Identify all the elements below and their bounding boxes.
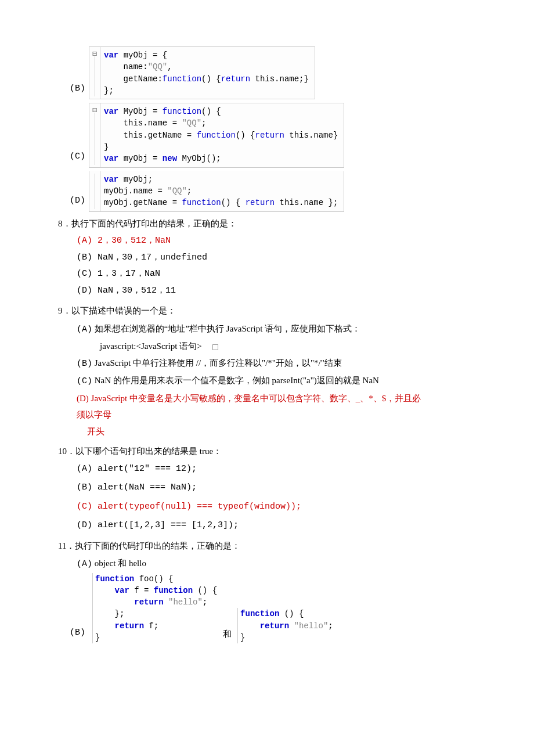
q8-option-c: (C) 1，3，17，NaN	[77, 266, 476, 283]
q11-option-b-label: (B)	[70, 625, 85, 644]
code-option-d: (D) var myObj; myObj.name = "QQ"; myObj.…	[70, 171, 476, 212]
code-box-c: ⊟ var MyObj = function() { this.name = "…	[89, 103, 344, 167]
option-label-b: (B)	[70, 81, 85, 100]
code-content-d: var myObj; myObj.name = "QQ"; myObj.getN…	[100, 171, 344, 211]
option-label-c: (C)	[70, 149, 85, 168]
gutter-c: ⊟	[89, 103, 100, 167]
q9-option-c: (C) NaN 的作用是用来表示一个值不是数字，例如 parseInt("a")…	[77, 372, 476, 390]
code-content-c: var MyObj = function() { this.name = "QQ…	[100, 103, 344, 167]
q8-option-a: (A) 2，30，512，NaN	[77, 233, 476, 250]
q11-code-left: function foo() { var f = function () { r…	[92, 573, 217, 644]
q9-option-d-line2: 须以字母	[77, 406, 476, 423]
q8-option-b: (B) NaN，30，17，undefined	[77, 250, 476, 267]
q11-code-right: function () { return "hello"; }	[237, 608, 333, 643]
question-11: 11．执行下面的代码打印出的结果，正确的是：	[58, 538, 476, 555]
q11-option-a: (A) object 和 hello	[77, 555, 476, 573]
q8-option-d: (D) NaN，30，512，11	[77, 283, 476, 300]
option-label-d: (D)	[70, 193, 85, 212]
code-option-c: (C) ⊟ var MyObj = function() { this.name…	[70, 103, 476, 167]
question-10: 10．以下哪个语句打印出来的结果是 true：	[58, 443, 476, 460]
code-content-b: var myObj = { name:"QQ", getName:functio…	[100, 47, 315, 99]
q10-option-d: (D) alert([1,2,3] === [1,2,3]);	[77, 517, 476, 534]
question-8: 8．执行下面的代码打印出的结果，正确的是：	[58, 215, 476, 232]
q9-option-d-line3: 开头	[87, 423, 476, 440]
cursor-icon	[212, 344, 218, 350]
q10-option-b: (B) alert(NaN === NaN);	[77, 480, 476, 496]
question-9: 9．以下描述中错误的一个是：	[58, 303, 476, 319]
gutter-b: ⊟	[89, 47, 100, 99]
q9-option-a-sub: javascript:<JavaScript 语句>	[100, 338, 476, 355]
q9-option-b: (B) JavaScript 中单行注释使用 //，而多行注释以"/*"开始，以…	[77, 355, 476, 373]
code-box-b: ⊟ var myObj = { name:"QQ", getName:funct…	[89, 46, 315, 99]
gutter-d	[89, 171, 100, 211]
q9-option-a: (A) (A) 如果想在浏览器的"地址"栏中执行 JavaScript 语句，应…	[77, 321, 476, 339]
code-box-d: var myObj; myObj.name = "QQ"; myObj.getN…	[89, 171, 344, 212]
q9-option-d: (D) JavaScript 中变量名是大小写敏感的，变量名中可以包含字符、数字…	[77, 390, 476, 407]
and-label: 和	[223, 626, 232, 644]
q11-option-b: (B) function foo() { var f = function ()…	[70, 573, 476, 644]
code-option-b: (B) ⊟ var myObj = { name:"QQ", getName:f…	[70, 46, 476, 99]
q10-option-a: (A) alert("12" === 12);	[77, 461, 476, 478]
q10-option-c: (C) alert(typeof(null) === typeof(window…	[77, 499, 476, 516]
